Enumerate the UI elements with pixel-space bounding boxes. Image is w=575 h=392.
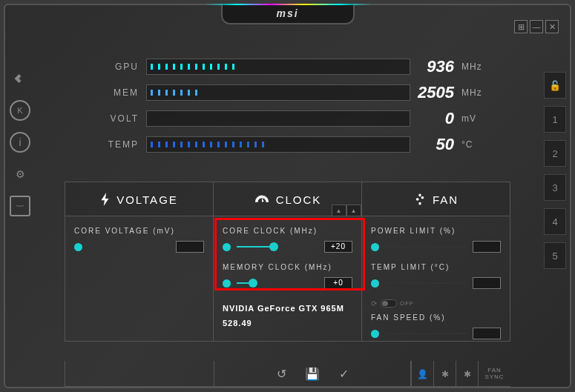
temp-limit-dot-icon: [371, 279, 379, 288]
expand-tris: ▲ ▲: [332, 205, 361, 216]
volt-bar: [146, 110, 410, 127]
temp-label: TEMP: [65, 139, 146, 150]
win-os-button[interactable]: ⊞: [514, 20, 528, 33]
controls-panel: CORE VOLTAGE (mV) CORE CLOCK (MHz) +20 M…: [65, 216, 510, 342]
tri-up-button[interactable]: ▲: [332, 205, 346, 216]
stats-panel: GPU 936 MHz MEM 2505 MHz VOLT 0 mV TEMP …: [65, 57, 496, 161]
profile-2-button[interactable]: 2: [544, 140, 566, 167]
window-controls: ⊞ — ✕: [514, 20, 559, 33]
mem-unit: MHz: [459, 87, 496, 98]
brand-logo: msi: [221, 4, 355, 24]
profile-5-button[interactable]: 5: [544, 242, 566, 269]
memory-clock-label: MEMORY CLOCK (MHz): [223, 263, 352, 271]
footer-right: 👤 ✱ ✱ FAN SYNC: [411, 361, 510, 387]
memory-clock-slider-row: +0: [223, 277, 352, 289]
temp-unit: °C: [459, 139, 496, 150]
save-button[interactable]: 💾: [303, 365, 321, 382]
power-limit-value[interactable]: [473, 241, 501, 253]
fan-section: POWER LIMIT (%) TEMP LIMIT (°C) ⟳ OFF FA…: [362, 216, 510, 341]
link-toggle[interactable]: [381, 299, 397, 308]
gpu-bar: [146, 59, 410, 75]
temp-bar: [146, 136, 410, 153]
power-limit-slider-row: [371, 241, 501, 253]
volt-unit: mV: [459, 113, 496, 124]
settings-icon[interactable]: ⚙: [10, 164, 30, 185]
profile-4-button[interactable]: 4: [544, 208, 566, 235]
fan-speed-dot-icon: [371, 330, 379, 338]
temp-value: 50: [410, 135, 459, 154]
driver-version: 528.49: [223, 319, 252, 328]
volt-value: 0: [410, 109, 459, 128]
link-toggle-row: ⟳ OFF: [371, 299, 501, 308]
right-sidebar: 🔓 1 2 3 4 5: [540, 72, 570, 269]
core-voltage-slider[interactable]: [88, 246, 170, 248]
core-clock-value[interactable]: +20: [324, 241, 352, 253]
tabs-row: VOLTAGE CLOCK FAN: [65, 182, 510, 216]
link-toggle-label: OFF: [400, 300, 414, 307]
tab-fan[interactable]: FAN: [362, 182, 510, 216]
core-clock-slider-row: +20: [223, 241, 352, 253]
core-clock-label: CORE CLOCK (MHz): [223, 227, 352, 235]
memory-clock-value[interactable]: +0: [324, 277, 352, 289]
fan-speed-slider-row: [371, 328, 501, 339]
mem-stat-row: MEM 2505 MHz: [65, 83, 496, 102]
tab-clock-label: CLOCK: [276, 193, 322, 206]
core-voltage-dot-icon: [74, 243, 82, 251]
volt-stat-row: VOLT 0 mV: [65, 109, 496, 128]
power-limit-slider[interactable]: [385, 246, 467, 248]
left-sidebar: K i ⚙ 〰: [5, 68, 35, 216]
gpu-unit: MHz: [459, 62, 496, 72]
fan-curve-button[interactable]: ✱: [433, 361, 456, 387]
temp-limit-value[interactable]: [473, 277, 501, 289]
user-fan-button[interactable]: 👤: [411, 361, 433, 387]
fan-speed-slider[interactable]: [385, 333, 467, 334]
gaming-mode-icon[interactable]: [10, 68, 30, 89]
memory-clock-dot-icon: [223, 279, 231, 288]
mem-bar: [146, 84, 410, 101]
app-frame: msi ⊞ — ✕ K i ⚙ 〰 🔓 1 2 3 4 5 GPU 936 MH…: [4, 4, 571, 388]
temp-limit-label: TEMP LIMIT (°C): [371, 263, 501, 271]
clock-section: CORE CLOCK (MHz) +20 MEMORY CLOCK (MHz) …: [214, 216, 362, 341]
profile-1-button[interactable]: 1: [544, 106, 566, 133]
power-limit-label: POWER LIMIT (%): [371, 227, 501, 235]
core-voltage-value[interactable]: [176, 241, 204, 253]
voltage-section: CORE VOLTAGE (mV): [65, 216, 214, 341]
monitor-icon[interactable]: 〰: [10, 196, 30, 216]
fan-speed-value[interactable]: [473, 328, 501, 339]
footer-actions: ↺ 💾 ✓: [214, 361, 411, 387]
core-voltage-slider-row: [74, 241, 204, 253]
memory-clock-slider[interactable]: [237, 282, 318, 284]
link-icon: ⟳: [371, 299, 378, 308]
kombustor-icon[interactable]: K: [10, 100, 30, 121]
mem-value: 2505: [410, 83, 459, 102]
footer-left-spacer: [65, 361, 214, 387]
core-clock-slider[interactable]: [237, 246, 318, 248]
gpu-name: NVIDIA GeForce GTX 965M: [223, 304, 344, 313]
fan-auto-button[interactable]: ✱: [456, 361, 478, 387]
gpu-label: GPU: [65, 62, 146, 72]
close-button[interactable]: ✕: [545, 20, 559, 33]
tab-voltage-label: VOLTAGE: [116, 193, 178, 206]
core-clock-dot-icon: [223, 243, 231, 251]
minimize-button[interactable]: —: [530, 20, 543, 33]
core-voltage-label: CORE VOLTAGE (mV): [74, 227, 204, 235]
lock-button[interactable]: 🔓: [544, 72, 566, 99]
tab-voltage[interactable]: VOLTAGE: [65, 182, 214, 216]
reset-button[interactable]: ↺: [272, 365, 290, 382]
footer-bar: ↺ 💾 ✓ 👤 ✱ ✱ FAN SYNC: [65, 361, 510, 387]
fan-speed-label: FAN SPEED (%): [371, 313, 501, 322]
info-icon[interactable]: i: [10, 132, 30, 153]
gpu-value: 936: [410, 57, 459, 76]
gpu-stat-row: GPU 936 MHz: [65, 57, 496, 76]
temp-limit-slider[interactable]: [385, 282, 467, 284]
temp-stat-row: TEMP 50 °C: [65, 135, 496, 154]
power-limit-dot-icon: [371, 243, 379, 251]
volt-label: VOLT: [65, 113, 146, 124]
mem-label: MEM: [65, 87, 146, 98]
profile-3-button[interactable]: 3: [544, 174, 566, 201]
tab-fan-label: FAN: [433, 193, 459, 206]
apply-button[interactable]: ✓: [335, 365, 352, 382]
fan-sync-button[interactable]: FAN SYNC: [478, 361, 510, 387]
tri-alt-button[interactable]: ▲: [346, 205, 361, 216]
temp-limit-slider-row: [371, 277, 501, 289]
